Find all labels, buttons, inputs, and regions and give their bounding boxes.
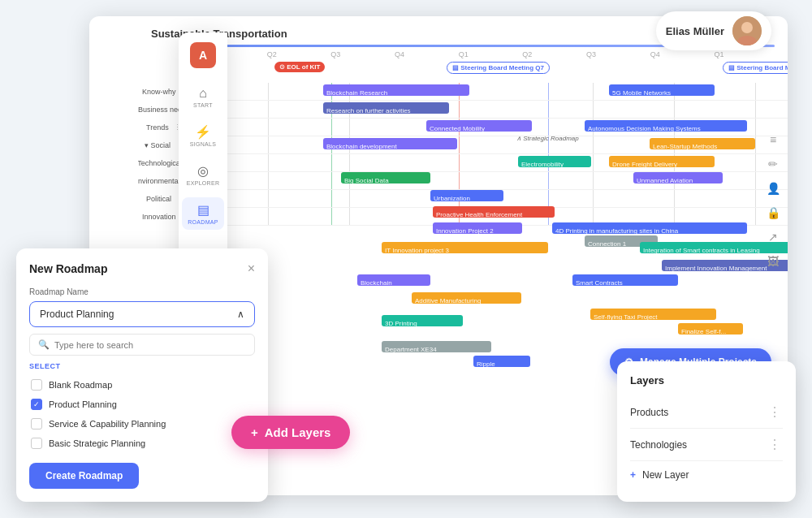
quarter-5: Q1 [456, 50, 520, 58]
checkbox-blank[interactable] [31, 379, 42, 391]
roadmap-icon: ▤ [197, 202, 209, 218]
tool-user[interactable]: 👤 [763, 179, 783, 198]
user-avatar [732, 16, 762, 45]
row-social: ▾ Social ⋮ [187, 136, 788, 154]
selected-roadmap-value: Product Planning [40, 309, 114, 320]
home-icon: ⌂ [199, 86, 207, 101]
layer-dots-products[interactable]: ⋮ [768, 404, 783, 420]
gantt-area: Know-why ⋮ Business needs ⋮ Trends ⋮ ▾ S… [187, 83, 788, 226]
add-layers-button[interactable]: + Add Layers [231, 416, 350, 449]
checkbox-product[interactable]: ✓ [31, 399, 42, 410]
right-toolbar: ≡ ✏ 👤 🔒 ↗ 🖼 [758, 123, 788, 278]
create-roadmap-button[interactable]: Create Roadmap [29, 463, 139, 489]
tool-lock[interactable]: 🔒 [763, 203, 783, 222]
bar-blockchain2: Blockchain [357, 274, 430, 286]
bar-ripple: Ripple [473, 356, 530, 367]
search-icon: 🔍 [38, 339, 50, 350]
dialog-header: New Roadmap × [29, 261, 255, 276]
bar-label-self-flying: Self-flying Taxi Project [594, 313, 658, 321]
bar-label-smart-contracts: Smart Contracts [576, 279, 623, 287]
app-logo[interactable]: A [190, 42, 216, 68]
checkbox-service[interactable] [31, 418, 42, 430]
quarter-7: Q3 [583, 50, 647, 58]
label-trends: Trends ⋮ [146, 123, 181, 132]
tool-image[interactable]: 🖼 [763, 252, 783, 271]
option-product-planning[interactable]: ✓ Product Planning [29, 395, 255, 414]
bar-3d-printing: 3D Printing [382, 315, 463, 326]
new-roadmap-dialog: New Roadmap × Roadmap Name Product Plann… [16, 248, 268, 502]
search-input[interactable] [54, 340, 246, 350]
sidebar-item-roadmap[interactable]: ▤ ROADMAP [182, 197, 224, 230]
rows-container: Know-why ⋮ Business needs ⋮ Trends ⋮ ▾ S… [187, 83, 788, 226]
timeline-quarters: Q1 Q2 Q3 Q4 Q1 Q2 Q3 Q4 Q1 [200, 50, 775, 58]
bar-smart-contracts: Smart Contracts [572, 274, 678, 286]
add-new-layer-button[interactable]: + New Layer [630, 461, 783, 489]
add-layers-label: Add Layers [265, 425, 331, 439]
bar-finalize: Finalize Self-f... [678, 323, 743, 335]
dialog-title: New Roadmap [29, 262, 107, 275]
option-label-service: Service & Capability Planning [49, 419, 166, 429]
layer-item-products[interactable]: Products ⋮ [630, 396, 783, 429]
hdivider-8 [187, 225, 788, 226]
plus-icon: + [251, 425, 258, 439]
tool-share[interactable]: ↗ [763, 227, 783, 247]
dialog-close-button[interactable]: × [248, 261, 255, 276]
bar-label-implement-innovation: Implement Innovation Management [665, 265, 767, 272]
layer-dots-technologies[interactable]: ⋮ [768, 437, 783, 452]
quarter-3: Q3 [327, 50, 391, 58]
sidebar-item-signals[interactable]: ⚡ SIGNALS [182, 119, 224, 152]
quarter-8: Q4 [647, 50, 711, 58]
layer-item-technologies[interactable]: Technologies ⋮ [630, 429, 783, 461]
quarter-4: Q4 [391, 50, 456, 58]
sidebar-item-start[interactable]: ⌂ START [182, 81, 224, 113]
signals-icon: ⚡ [195, 124, 211, 140]
sidebar-label-roadmap: ROADMAP [188, 219, 218, 225]
quarter-9: Q1 [710, 50, 775, 58]
row-innovation: Innovation ⋮ [187, 208, 788, 226]
new-layer-plus-icon: + [630, 469, 636, 481]
bar-label-ripple: Ripple [477, 360, 495, 368]
bar-self-flying: Self-flying Taxi Project [590, 309, 716, 320]
layers-panel: Layers Products ⋮ Technologies ⋮ + New L… [617, 361, 796, 502]
bar-connection1: Connection 1 [585, 235, 658, 247]
user-name: Elias Müller [666, 25, 724, 37]
option-label-blank: Blank Roadmap [49, 380, 112, 390]
option-basic-strategic[interactable]: Basic Strategic Planning [29, 434, 255, 453]
row-technological: ▾ Technological ⋮ [187, 154, 788, 172]
milestone-tag-sbq2: ▤ Steering Board Meeting Q2 [723, 62, 788, 74]
chevron-up-icon: ∧ [237, 309, 244, 320]
roadmap-name-select[interactable]: Product Planning ∧ [29, 301, 255, 327]
layer-label-products: Products [630, 407, 668, 418]
layer-label-technologies: Technologies [630, 439, 687, 451]
bar-label-3d-printing: 3D Printing [385, 320, 417, 327]
bar-label-finalize: Finalize Self-f... [681, 328, 726, 335]
explorer-icon: ◎ [197, 163, 209, 179]
bar-label-dept-xe34: Department XE34 [385, 346, 437, 353]
tool-edit[interactable]: ✏ [763, 154, 783, 174]
row-know-why: Know-why ⋮ [187, 83, 788, 101]
sidebar-label-signals: SIGNALS [190, 141, 216, 147]
option-service-capability[interactable]: Service & Capability Planning [29, 414, 255, 434]
bar-label-blockchain2: Blockchain [361, 279, 392, 287]
option-label-product: Product Planning [49, 399, 117, 409]
milestone-tag-sbq7: ▤ Steering Board Meeting Q7 [447, 62, 550, 74]
bar-label-connection1: Connection 1 [588, 240, 626, 248]
milestone-row: ⊙ EOL of KIT ▤ Steering Board Meeting Q7… [187, 58, 788, 83]
sidebar-item-explorer[interactable]: ◎ EXPLORER [182, 158, 224, 191]
tool-list[interactable]: ≡ [763, 130, 783, 149]
option-blank-roadmap[interactable]: Blank Roadmap [29, 375, 255, 395]
bar-label-additive: Additive Manufacturing [415, 297, 481, 304]
bar-label-innovation2: Innovation Project 2 [436, 227, 494, 235]
bar-label-smart-contracts-leasing: Integration of Smart contracts in Leasin… [643, 247, 760, 254]
search-box[interactable]: 🔍 [29, 334, 255, 356]
row-business-needs: Business needs ⋮ [187, 101, 788, 119]
field-label: Roadmap Name [29, 287, 255, 296]
row-trends: Trends ⋮ [187, 119, 788, 136]
new-layer-label: New Layer [642, 469, 689, 481]
checkbox-basic[interactable] [31, 438, 42, 449]
bar-it-innovation3: IT Innovation project 3 [382, 242, 548, 253]
select-label: SELECT [29, 362, 255, 370]
bar-label-4d-printing: 4D Printing in manufacturing sites in Ch… [555, 227, 678, 235]
layers-panel-title: Layers [630, 374, 783, 386]
user-profile[interactable]: Elias Müller [656, 11, 771, 50]
